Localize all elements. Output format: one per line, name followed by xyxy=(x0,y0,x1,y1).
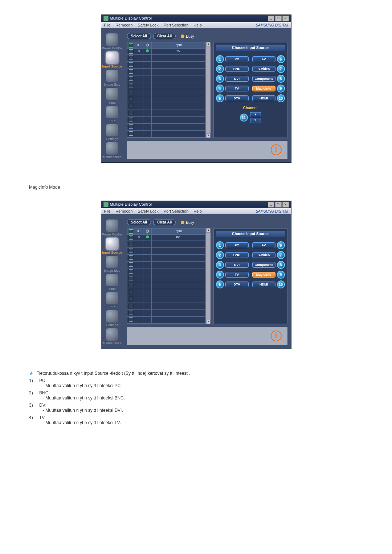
menu-remocon[interactable]: Remocon xyxy=(115,209,132,213)
table-row[interactable] xyxy=(127,117,205,124)
menu-help[interactable]: Help xyxy=(193,209,202,213)
sidebar-item-settings[interactable]: Settings xyxy=(106,124,118,141)
minimize-button[interactable]: _ xyxy=(268,202,274,208)
menu-port-selection[interactable]: Port Selection xyxy=(164,209,188,213)
clear-all-button[interactable]: Clear All xyxy=(153,33,176,39)
source-component-button[interactable]: Component xyxy=(252,262,275,268)
sidebar-item-image-size[interactable]: Image Size xyxy=(104,70,120,86)
row-checkbox[interactable] xyxy=(129,111,133,115)
table-scrollbar[interactable]: ▴ ▾ xyxy=(206,42,211,138)
source-hdmi-button[interactable]: HDMI xyxy=(252,282,275,287)
table-row[interactable]: 0 TV xyxy=(127,49,205,55)
row-checkbox[interactable] xyxy=(129,297,133,301)
scroll-up-icon[interactable]: ▴ xyxy=(206,42,211,46)
source-av-button[interactable]: AV xyxy=(252,242,275,248)
sidebar-item-pip[interactable]: PIP xyxy=(106,292,118,309)
sidebar-item-maintenance[interactable]: Maintenance xyxy=(103,328,122,345)
table-row[interactable] xyxy=(127,55,205,62)
table-row[interactable] xyxy=(127,310,205,317)
close-button[interactable]: × xyxy=(282,16,289,21)
row-checkbox[interactable] xyxy=(129,255,133,260)
table-row[interactable] xyxy=(127,89,205,96)
minimize-button[interactable]: _ xyxy=(268,16,274,21)
row-checkbox[interactable] xyxy=(129,49,133,54)
source-pc-button[interactable]: PC xyxy=(225,56,249,62)
table-row[interactable] xyxy=(127,82,205,89)
table-row[interactable] xyxy=(127,282,205,289)
sidebar-item-time[interactable]: Time xyxy=(106,274,118,291)
source-magicinfo-button[interactable]: MagicInfo xyxy=(252,272,275,278)
source-magicinfo-button[interactable]: MagicInfo xyxy=(252,86,275,91)
row-checkbox[interactable] xyxy=(129,131,133,136)
row-checkbox[interactable] xyxy=(129,69,133,74)
table-row[interactable] xyxy=(127,241,205,248)
close-button[interactable]: × xyxy=(282,202,289,208)
table-scrollbar[interactable]: ▴ ▾ xyxy=(206,228,211,324)
sidebar-item-input-source[interactable]: Input Source xyxy=(102,52,122,68)
source-hdmi-button[interactable]: HDMI xyxy=(252,95,275,101)
row-checkbox[interactable] xyxy=(129,62,133,67)
row-checkbox[interactable] xyxy=(129,249,133,253)
row-checkbox[interactable] xyxy=(129,56,133,60)
sidebar-item-power-control[interactable]: Power Control xyxy=(102,33,122,50)
row-checkbox[interactable] xyxy=(129,235,133,240)
table-row[interactable] xyxy=(127,303,205,310)
select-all-button[interactable]: Select All xyxy=(127,33,151,39)
maximize-button[interactable]: □ xyxy=(275,16,282,21)
sidebar-item-pip[interactable]: PIP xyxy=(106,106,118,123)
sidebar-item-time[interactable]: Time xyxy=(106,88,118,104)
source-bnc-button[interactable]: BNC xyxy=(225,252,249,258)
row-checkbox[interactable] xyxy=(129,283,133,287)
menu-safety-lock[interactable]: Safety Lock xyxy=(138,23,158,27)
clear-all-button[interactable]: Clear All xyxy=(153,219,176,225)
table-row[interactable] xyxy=(127,131,205,138)
table-row[interactable] xyxy=(127,275,205,282)
sidebar-item-image-size[interactable]: Image Size xyxy=(104,256,120,272)
channel-up-button[interactable]: ▲ xyxy=(250,112,261,117)
table-row[interactable] xyxy=(127,268,205,275)
th-checkbox[interactable] xyxy=(127,229,135,235)
menu-safety-lock[interactable]: Safety Lock xyxy=(138,209,158,213)
table-row[interactable] xyxy=(127,296,205,303)
menu-remocon[interactable]: Remocon xyxy=(115,23,132,27)
sidebar-item-input-source[interactable]: Input Source xyxy=(102,238,122,254)
row-checkbox[interactable] xyxy=(129,97,133,101)
scroll-down-icon[interactable]: ▾ xyxy=(206,134,211,138)
source-dvi-button[interactable]: DVI xyxy=(225,76,249,82)
row-checkbox[interactable] xyxy=(129,90,133,94)
row-checkbox[interactable] xyxy=(129,262,133,267)
table-row[interactable] xyxy=(127,110,205,117)
sidebar-item-power-control[interactable]: Power Control xyxy=(102,219,122,236)
table-row[interactable] xyxy=(127,262,205,268)
source-pc-button[interactable]: PC xyxy=(225,242,249,248)
table-row[interactable] xyxy=(127,69,205,75)
table-row[interactable]: 0 PC xyxy=(127,235,205,241)
th-checkbox[interactable] xyxy=(127,42,135,49)
table-row[interactable] xyxy=(127,62,205,69)
row-checkbox[interactable] xyxy=(129,242,133,246)
table-row[interactable] xyxy=(127,248,205,255)
source-dtv-button[interactable]: DTV xyxy=(225,95,249,101)
source-component-button[interactable]: Component xyxy=(252,76,275,82)
source-svideo-button[interactable]: S-Video xyxy=(252,252,275,258)
table-row[interactable] xyxy=(127,255,205,262)
table-row[interactable] xyxy=(127,75,205,82)
maximize-button[interactable]: □ xyxy=(275,202,282,208)
row-checkbox[interactable] xyxy=(129,304,133,308)
source-dvi-button[interactable]: DVI xyxy=(225,262,249,268)
source-av-button[interactable]: AV xyxy=(252,56,275,62)
table-row[interactable] xyxy=(127,96,205,103)
table-row[interactable] xyxy=(127,103,205,110)
menu-file[interactable]: File xyxy=(104,23,111,27)
row-checkbox[interactable] xyxy=(129,124,133,129)
row-checkbox[interactable] xyxy=(129,83,133,87)
row-checkbox[interactable] xyxy=(129,311,133,315)
sidebar-item-maintenance[interactable]: Maintenance xyxy=(103,142,122,159)
source-tv-button[interactable]: TV xyxy=(225,86,249,91)
source-svideo-button[interactable]: S-Video xyxy=(252,66,275,72)
table-row[interactable] xyxy=(127,317,205,324)
source-dtv-button[interactable]: DTV xyxy=(225,282,249,287)
table-row[interactable] xyxy=(127,124,205,131)
row-checkbox[interactable] xyxy=(129,290,133,294)
sidebar-item-settings[interactable]: Settings xyxy=(106,310,118,327)
